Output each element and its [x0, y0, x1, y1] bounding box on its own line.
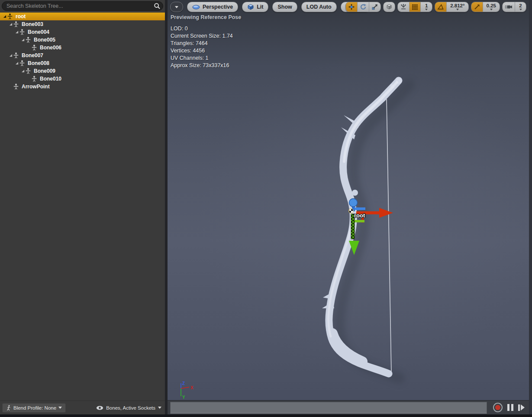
bone-icon: [13, 84, 20, 90]
expander-icon[interactable]: [8, 23, 13, 26]
stat-uv-channels: UV Channels: 1: [171, 55, 233, 62]
lit-mode-button[interactable]: Lit: [242, 2, 268, 12]
coordinate-space-icon: [386, 3, 393, 10]
lit-cube-icon: [247, 3, 254, 10]
chevron-down-icon: [175, 6, 178, 8]
camera-speed-value: 2: [519, 3, 522, 8]
search-input[interactable]: [2, 1, 163, 11]
grid-snap-icon: [412, 4, 418, 10]
tree-row-label: Bone004: [28, 29, 49, 35]
skeleton-tree-panel: root Bone003 Bone004 Bone005 Bone006: [0, 0, 165, 414]
scale-snap-group: 0.25: [471, 2, 500, 12]
expander-icon[interactable]: [8, 54, 13, 57]
transport-controls: [493, 403, 525, 412]
show-label: Show: [277, 4, 292, 10]
scale-snap-button[interactable]: [471, 2, 483, 12]
tree-row-bone010[interactable]: Bone010: [0, 75, 165, 83]
tree-row-bone004[interactable]: Bone004: [0, 28, 165, 36]
move-tool-button[interactable]: [346, 2, 358, 12]
record-icon: [495, 405, 500, 410]
tree-row-bone009[interactable]: Bone009: [0, 67, 165, 75]
bone-sprite[interactable]: [349, 209, 354, 213]
surface-snap-button[interactable]: [398, 2, 409, 12]
surface-snap-icon: [400, 3, 407, 10]
tree-row-label: Bone008: [28, 60, 49, 66]
angle-snap-value-dropdown[interactable]: 2.812°: [447, 2, 468, 12]
preview-viewport[interactable]: root Z X Y Perspective: [168, 0, 532, 414]
snap-toolbar: 1 2.812°: [345, 2, 526, 12]
perspective-button[interactable]: Perspective: [187, 2, 238, 12]
tree-row-label: Bone005: [34, 37, 55, 43]
angle-snap-icon: [437, 3, 444, 10]
bone-display-filter-button[interactable]: Bones, Active Sockets: [96, 405, 161, 411]
camera-speed-value-dropdown[interactable]: 2: [515, 2, 526, 12]
tree-row-bone007[interactable]: Bone007: [0, 52, 165, 59]
bone-display-filter-label: Bones, Active Sockets: [106, 405, 155, 411]
grid-snap-group: 1: [397, 2, 432, 12]
tree-row-label: Bone006: [40, 45, 61, 51]
tree-row-bone006[interactable]: Bone006: [0, 44, 165, 52]
axis-y-label: Y: [182, 395, 185, 400]
chevron-down-icon: [425, 9, 428, 10]
gizmo-bone-label: root: [354, 212, 365, 219]
timeline-scrubber[interactable]: [170, 402, 487, 414]
scale-snap-icon: [474, 3, 480, 10]
skeleton-tree-footer: Blend Profile: None Bones, Active Socket…: [0, 401, 165, 414]
record-button[interactable]: [493, 403, 503, 412]
mesh-stats: LOD: 0 Current Screen Size: 1.74 Triangl…: [171, 25, 233, 69]
tree-row-arrowpoint[interactable]: ArrowPoint: [0, 83, 165, 91]
axis-x-label: X: [190, 385, 193, 390]
scale-tool-button[interactable]: [369, 2, 380, 12]
tree-row-bone005[interactable]: Bone005: [0, 36, 165, 44]
scale-snap-value-dropdown[interactable]: 0.25: [483, 2, 500, 12]
gizmo-xy-plane-y[interactable]: [353, 220, 364, 223]
angle-snap-button[interactable]: [435, 2, 447, 12]
tree-row-label: Bone009: [34, 68, 55, 74]
tree-row-bone003[interactable]: Bone003: [0, 20, 165, 28]
show-button[interactable]: Show: [272, 2, 297, 12]
move-tool-icon: [348, 3, 355, 10]
search-icon: [154, 3, 161, 10]
chevron-down-icon: [58, 407, 62, 409]
gizmo-x-arrow[interactable]: [379, 208, 393, 218]
bow-string: [387, 99, 391, 373]
tree-row-label: Bone010: [40, 76, 61, 82]
expander-icon[interactable]: [2, 15, 7, 18]
tree-row-root[interactable]: root: [0, 13, 165, 20]
step-forward-button[interactable]: [518, 404, 525, 411]
coordinate-space-group: [383, 2, 395, 12]
expander-icon[interactable]: [14, 61, 19, 65]
perspective-label: Perspective: [203, 4, 233, 10]
stat-approx-size: Approx Size: 73x337x16: [171, 62, 233, 69]
stat-triangles: Triangles: 7464: [171, 40, 233, 47]
coordinate-space-button[interactable]: [384, 2, 395, 12]
blend-profile-button[interactable]: Blend Profile: None: [2, 403, 66, 413]
expander-icon[interactable]: [20, 69, 26, 73]
viewport-toolbar: Perspective Lit Show LOD Auto x1: [170, 2, 370, 12]
expander-icon[interactable]: [14, 30, 19, 34]
angle-snap-group: 2.812°: [435, 2, 468, 12]
bone-icon: [26, 37, 32, 43]
gizmo-z-handle[interactable]: [349, 199, 358, 207]
preview-mode-label: Previewing Reference Pose: [171, 14, 241, 20]
tree-row-label: Bone007: [22, 52, 43, 58]
axis-gizmo: Z X Y: [181, 381, 193, 400]
stat-screen-size: Current Screen Size: 1.74: [171, 32, 233, 40]
chevron-down-icon: [490, 9, 493, 10]
grid-snap-value-dropdown[interactable]: 1: [421, 2, 432, 12]
pause-button[interactable]: [507, 404, 513, 411]
lod-auto-button[interactable]: LOD Auto: [301, 2, 337, 12]
expander-icon[interactable]: [20, 38, 26, 42]
viewport-options-button[interactable]: [170, 2, 183, 12]
viewport-right-edge: [529, 0, 532, 414]
grid-snap-value: 1: [425, 3, 428, 8]
tree-row-bone008[interactable]: Bone008: [0, 59, 165, 67]
rotate-tool-button[interactable]: [358, 2, 369, 12]
gizmo-xz-plane[interactable]: [355, 207, 365, 210]
chevron-down-icon: [456, 9, 459, 10]
camera-speed-button[interactable]: [503, 2, 515, 12]
blend-profile-label: Blend Profile: None: [13, 405, 56, 411]
skeleton-tree: root Bone003 Bone004 Bone005 Bone006: [0, 13, 165, 397]
transform-tools-group: [345, 2, 381, 12]
grid-snap-button[interactable]: [409, 2, 421, 12]
